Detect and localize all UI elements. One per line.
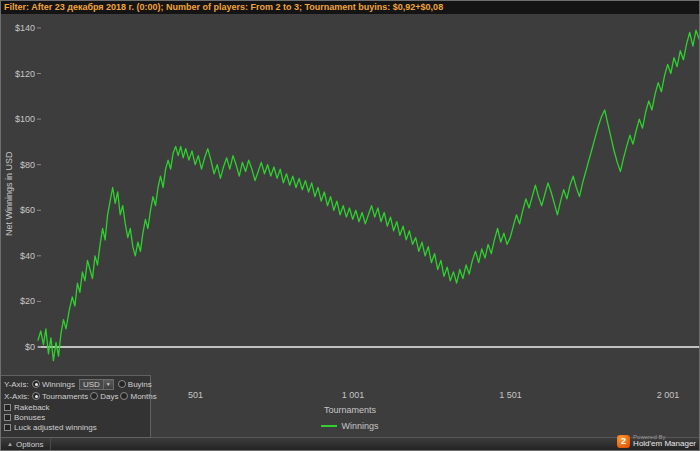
- buyins-radio-label[interactable]: Buyins: [128, 380, 152, 389]
- dropdown-arrow-icon[interactable]: ▼: [103, 380, 113, 389]
- y-tick-label: $120: [15, 69, 35, 79]
- currency-dropdown-value: USD: [80, 380, 103, 389]
- tournaments-radio[interactable]: [32, 392, 40, 400]
- x-tick-label: 501: [188, 390, 203, 400]
- rakeback-checkbox-label[interactable]: Rakeback: [14, 403, 50, 412]
- powered-by-text: Powered By Hold'em Manager: [633, 434, 696, 449]
- app-name-label: Hold'em Manager: [633, 440, 696, 449]
- y-tick-label: $140: [15, 23, 35, 33]
- x-tick-label: 2 001: [657, 390, 680, 400]
- options-button-label: Options: [16, 440, 44, 449]
- winnings-radio-label[interactable]: Winnings: [42, 380, 75, 389]
- y-axis-row: Y-Axis: Winnings USD ▼ Buyins: [4, 378, 150, 390]
- bonuses-checkbox[interactable]: [4, 414, 11, 421]
- powered-by-branding: 2 Powered By Hold'em Manager: [617, 434, 696, 449]
- y-tick-label: $40: [20, 251, 35, 261]
- rakeback-checkbox[interactable]: [4, 404, 11, 411]
- bottom-toolbar: ▲ Options: [1, 437, 699, 450]
- y-tick-label: $20: [20, 296, 35, 306]
- months-radio-label[interactable]: Months: [130, 392, 156, 401]
- y-axis-title: Net Winnings in USD: [4, 151, 14, 236]
- x-tick-label: 1 501: [499, 390, 522, 400]
- tournaments-radio-label[interactable]: Tournaments: [42, 392, 88, 401]
- options-button[interactable]: ▲ Options: [1, 438, 51, 450]
- chevron-up-icon: ▲: [7, 441, 13, 447]
- winnings-radio[interactable]: [32, 380, 40, 388]
- legend-label-winnings: Winnings: [341, 421, 378, 431]
- x-axis-row: X-Axis: Tournaments Days Months: [4, 390, 150, 402]
- filter-bar: Filter: After 23 декабря 2018 г. (0:00);…: [1, 1, 699, 14]
- days-radio-label[interactable]: Days: [100, 392, 118, 401]
- y-tick-label: $0: [25, 342, 35, 352]
- bonuses-checkbox-label[interactable]: Bonuses: [14, 413, 45, 422]
- rakeback-row: Rakeback: [4, 403, 150, 412]
- luck-adjusted-checkbox-label[interactable]: Luck adjusted winnings: [14, 423, 97, 432]
- buyins-radio[interactable]: [118, 380, 126, 388]
- luck-adjusted-checkbox[interactable]: [4, 424, 11, 431]
- holdem-manager-graph-window: Filter: After 23 декабря 2018 г. (0:00);…: [0, 0, 700, 451]
- currency-dropdown[interactable]: USD ▼: [79, 379, 114, 390]
- y-tick-label: $60: [20, 205, 35, 215]
- bonuses-row: Bonuses: [4, 413, 150, 422]
- holdem-manager-logo: 2: [617, 435, 630, 448]
- winnings-series-line: [38, 30, 699, 361]
- days-radio[interactable]: [90, 392, 98, 400]
- months-radio[interactable]: [120, 392, 128, 400]
- y-tick-label: $80: [20, 160, 35, 170]
- legend-swatch-winnings: [321, 425, 337, 427]
- x-axis-row-label: X-Axis:: [4, 392, 30, 401]
- y-axis-row-label: Y-Axis:: [4, 380, 30, 389]
- luck-adjusted-row: Luck adjusted winnings: [4, 423, 150, 432]
- graph-options-panel: Y-Axis: Winnings USD ▼ Buyins X-Axis: To…: [1, 375, 151, 438]
- y-tick-label: $100: [15, 114, 35, 124]
- x-tick-label: 1 001: [342, 390, 365, 400]
